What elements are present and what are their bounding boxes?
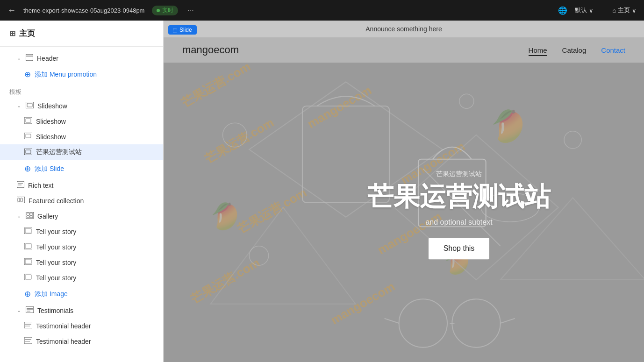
gallery-parent-label: Gallery: [37, 213, 58, 220]
status-label: 实时: [162, 7, 173, 14]
testimonial-2-label: Testimonial header: [36, 338, 91, 345]
svg-rect-19: [27, 216, 29, 218]
site-nav-links: Home Catalog Contact: [529, 46, 625, 54]
default-chevron: ∨: [589, 7, 594, 14]
testimonial-1-icon: [24, 322, 32, 330]
add-menu-promotion-button[interactable]: ⊕ 添加 Menu promotion: [0, 66, 163, 83]
sidebar-item-featured-collection[interactable]: Featured collection: [0, 193, 163, 208]
home-chevron: ∨: [632, 7, 637, 14]
sidebar-item-tell-story-4[interactable]: Tell your story: [0, 270, 163, 285]
svg-rect-22: [25, 228, 31, 233]
svg-rect-7: [26, 134, 31, 138]
svg-rect-28: [25, 275, 31, 279]
svg-rect-9: [26, 150, 31, 154]
slide-badge: ⬚ Slide: [168, 25, 197, 35]
add-circle-icon: ⊕: [24, 70, 31, 79]
svg-rect-24: [25, 244, 31, 248]
svg-rect-33: [24, 322, 32, 328]
slideshow-1-icon: [24, 117, 32, 125]
sidebar-item-gallery-parent[interactable]: ⌄ Gallery: [0, 208, 163, 224]
svg-rect-14: [18, 198, 20, 202]
sidebar-item-slideshow-1[interactable]: Slideshow: [0, 114, 163, 129]
story-3-icon: [24, 258, 32, 266]
sidebar-title: 主页: [19, 28, 35, 39]
add-image-button[interactable]: ⊕ 添加 Image: [0, 285, 163, 303]
sidebar-item-testimonial-2[interactable]: Testimonial header: [0, 334, 163, 349]
shop-this-button[interactable]: Shop this: [429, 238, 490, 259]
default-label: 默认: [575, 6, 587, 14]
sidebar-scroll: ⌄ Header ⊕ 添加 Menu promotion 模板 ⌄ Slides…: [0, 47, 163, 362]
sidebar-item-rich-text[interactable]: Rich text: [0, 177, 163, 193]
sidebar-item-slideshow-active[interactable]: 芒果运营测试站: [0, 144, 163, 160]
add-menu-label: 添加 Menu promotion: [35, 71, 97, 79]
hero-description: and optional subtext: [367, 218, 551, 227]
svg-rect-0: [26, 54, 33, 61]
announcement-bar: Announce something here: [164, 21, 644, 37]
svg-rect-15: [21, 198, 22, 202]
svg-rect-26: [25, 259, 31, 264]
status-badge: 实时: [152, 6, 178, 15]
story-1-icon: [24, 227, 32, 235]
svg-marker-43: [211, 207, 356, 304]
add-image-label: 添加 Image: [35, 290, 68, 298]
svg-rect-20: [30, 216, 33, 218]
slideshow-icon: [26, 102, 34, 110]
slide-badge-label: Slide: [179, 27, 192, 33]
slideshow-active-label: 芒果运营测试站: [36, 148, 82, 156]
rich-text-icon: [17, 181, 24, 189]
sidebar-header: ⊞ 主页: [0, 21, 163, 47]
story-2-icon: [24, 243, 32, 251]
home-icon: ⌂: [612, 7, 616, 14]
home-selector[interactable]: ⌂ 主页 ∨: [612, 6, 637, 14]
svg-rect-18: [30, 213, 33, 215]
page-title: theme-export-showcase-05aug2023-0948pm: [23, 7, 144, 14]
testimonial-1-label: Testimonial header: [36, 322, 91, 330]
section-header-templates: 模板: [0, 83, 163, 98]
sidebar-item-header[interactable]: ⌄ Header: [0, 50, 163, 66]
hero-subtitle: 芒果运营测试站: [367, 170, 551, 178]
announcement-text: Announce something here: [365, 25, 442, 33]
svg-point-47: [564, 131, 581, 149]
sidebar-item-tell-story-1[interactable]: Tell your story: [0, 224, 163, 239]
svg-rect-3: [27, 103, 32, 107]
preview-site: Announce something here mangoecom Home C…: [164, 21, 644, 362]
svg-rect-5: [26, 119, 31, 122]
testimonials-parent-label: Testimonials: [37, 307, 73, 314]
svg-point-48: [249, 246, 268, 265]
gallery-icon: [26, 212, 34, 220]
story-1-label: Tell your story: [36, 228, 76, 235]
nav-link-home[interactable]: Home: [529, 46, 547, 54]
home-label: 主页: [618, 6, 630, 14]
sidebar-item-tell-story-2[interactable]: Tell your story: [0, 239, 163, 255]
story-4-label: Tell your story: [36, 274, 76, 282]
sidebar-item-slideshow-parent[interactable]: ⌄ Slideshow: [0, 98, 163, 114]
slideshow-2-icon: [24, 133, 32, 141]
sidebar-item-tell-story-3[interactable]: Tell your story: [0, 255, 163, 270]
svg-rect-10: [17, 181, 24, 188]
story-3-label: Tell your story: [36, 259, 76, 266]
featured-icon: [17, 197, 25, 205]
nav-link-catalog[interactable]: Catalog: [562, 46, 587, 54]
svg-line-53: [501, 319, 515, 323]
status-dot: [157, 9, 160, 12]
default-selector[interactable]: 默认 ∨: [575, 6, 594, 14]
sidebar-icon: ⊞: [9, 29, 15, 38]
nav-link-contact[interactable]: Contact: [601, 46, 625, 54]
preview-area: ⬚ Slide Announce something here mangoeco…: [164, 21, 644, 362]
topbar: ← theme-export-showcase-05aug2023-0948pm…: [0, 0, 644, 21]
sidebar-item-slideshow-2[interactable]: Slideshow: [0, 129, 163, 144]
header-icon: [26, 54, 33, 62]
svg-point-50: [452, 299, 500, 347]
story-2-label: Tell your story: [36, 243, 76, 251]
back-button[interactable]: ←: [7, 6, 16, 15]
add-slide-button[interactable]: ⊕ 添加 Slide: [0, 160, 163, 177]
sidebar-item-testimonial-1[interactable]: Testimonial header: [0, 318, 163, 334]
more-options-button[interactable]: ···: [187, 6, 193, 14]
hero-content: 芒果运营测试站 芒果运营测试站 and optional subtext Sho…: [367, 170, 551, 260]
site-nav: mangoecom Home Catalog Contact: [164, 37, 644, 63]
sidebar-item-testimonials-parent[interactable]: ⌄ Testimonials: [0, 303, 163, 318]
featured-collection-label: Featured collection: [29, 197, 84, 205]
svg-point-46: [459, 94, 474, 108]
header-chevron-icon: ⌄: [17, 55, 21, 61]
rich-text-label: Rich text: [28, 182, 53, 189]
